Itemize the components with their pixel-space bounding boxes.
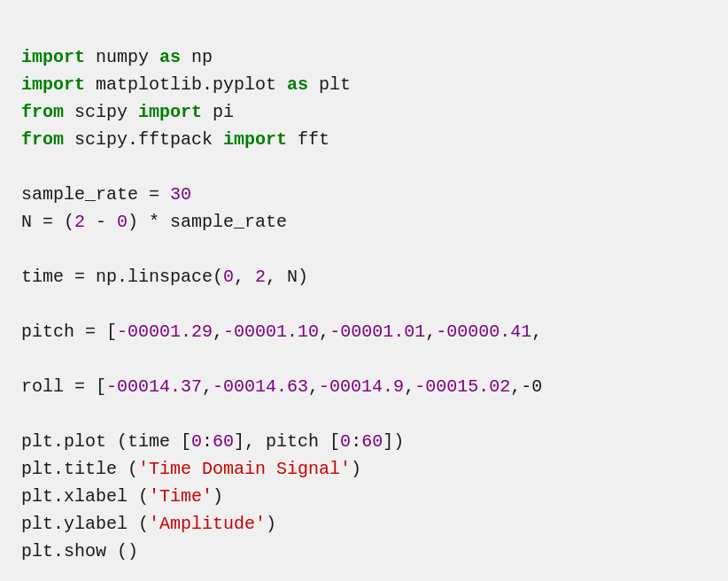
code-line: N = (2 - 0) * sample_rate bbox=[21, 208, 707, 236]
code-token: from bbox=[21, 102, 64, 122]
code-token: 0 bbox=[531, 376, 542, 397]
code-token: pitch = [ bbox=[21, 321, 117, 342]
code-token: -00014.63 bbox=[213, 376, 308, 397]
code-token: import bbox=[223, 129, 287, 150]
code-line bbox=[21, 153, 707, 181]
code-token: , bbox=[425, 321, 436, 342]
code-token: plt.ylabel ( bbox=[21, 514, 149, 534]
code-token: fft bbox=[287, 129, 329, 150]
code-token: -00001.10 bbox=[223, 321, 319, 342]
code-token: np bbox=[181, 47, 213, 67]
code-token: -00000.41 bbox=[436, 321, 531, 342]
code-editor: import numpy as npimport matplotlib.pypl… bbox=[21, 16, 707, 565]
code-token: ,- bbox=[510, 376, 531, 397]
code-token: pi bbox=[202, 102, 234, 122]
code-token: 0 bbox=[340, 431, 351, 452]
code-line: roll = [-00014.37,-00014.63,-00014.9,-00… bbox=[21, 373, 707, 400]
code-line: from scipy import pi bbox=[21, 98, 707, 126]
code-token: , bbox=[308, 376, 319, 397]
code-token: ) bbox=[266, 514, 276, 534]
code-token: , N) bbox=[266, 267, 308, 287]
code-token: scipy bbox=[64, 102, 138, 122]
code-token: numpy bbox=[85, 47, 159, 67]
code-token: time = np.linspace( bbox=[21, 267, 223, 287]
code-token: ) * sample_rate bbox=[128, 212, 287, 232]
code-line: plt.show () bbox=[21, 538, 707, 565]
code-token: plt.show () bbox=[21, 541, 138, 562]
code-line: import numpy as np bbox=[21, 43, 707, 71]
code-token: 0 bbox=[117, 212, 128, 232]
code-line: time = np.linspace(0, 2, N) bbox=[21, 263, 707, 290]
code-token: , bbox=[213, 321, 223, 342]
code-line: import matplotlib.pyplot as plt bbox=[21, 71, 707, 98]
code-token: matplotlib.pyplot bbox=[85, 74, 287, 95]
code-line: plt.plot (time [0:60], pitch [0:60]) bbox=[21, 428, 707, 455]
code-token: , bbox=[531, 321, 542, 342]
code-token: 60 bbox=[361, 431, 383, 452]
code-token: -00001.29 bbox=[117, 321, 213, 342]
code-token: import bbox=[21, 47, 85, 67]
code-line: plt.xlabel ('Time') bbox=[21, 483, 707, 510]
code-line bbox=[21, 290, 707, 318]
code-token: import bbox=[138, 102, 202, 122]
code-line: plt.title ('Time Domain Signal') bbox=[21, 455, 707, 483]
code-token: 0 bbox=[191, 431, 202, 452]
code-token: plt.xlabel ( bbox=[21, 486, 149, 507]
code-token: 30 bbox=[170, 184, 191, 205]
code-token: , bbox=[234, 267, 255, 287]
code-line bbox=[21, 345, 707, 373]
code-token: plt.title ( bbox=[21, 459, 138, 479]
code-token: ) bbox=[213, 486, 223, 507]
code-line: sample_rate = 30 bbox=[21, 181, 707, 208]
code-token: 2 bbox=[74, 212, 85, 232]
code-line: plt.ylabel ('Amplitude') bbox=[21, 510, 707, 538]
code-line bbox=[21, 400, 707, 428]
code-token: ], pitch [ bbox=[234, 431, 340, 452]
code-token: -00015.02 bbox=[414, 376, 510, 397]
code-token: ]) bbox=[383, 431, 404, 452]
code-line: pitch = [-00001.29,-00001.10,-00001.01,-… bbox=[21, 318, 707, 345]
code-token: 0 bbox=[223, 267, 234, 287]
code-token: roll = [ bbox=[21, 376, 106, 397]
code-token: 'Time Domain Signal' bbox=[138, 459, 351, 479]
code-token: sample_rate = bbox=[21, 184, 170, 205]
code-token: plt.plot (time [ bbox=[21, 431, 191, 452]
code-token: from bbox=[21, 129, 64, 150]
code-token: , bbox=[202, 376, 213, 397]
code-token: : bbox=[202, 431, 213, 452]
code-token: scipy.fftpack bbox=[64, 129, 223, 150]
code-token: , bbox=[319, 321, 329, 342]
code-token: 2 bbox=[255, 267, 266, 287]
code-token: , bbox=[404, 376, 414, 397]
code-token: N = ( bbox=[21, 212, 74, 232]
code-token: as bbox=[287, 74, 308, 95]
code-token: -00014.37 bbox=[106, 376, 202, 397]
code-token: import bbox=[21, 74, 85, 95]
code-token: plt bbox=[308, 74, 351, 95]
code-token: as bbox=[159, 47, 181, 67]
code-token: 'Time' bbox=[149, 486, 213, 507]
code-token: -00001.01 bbox=[329, 321, 425, 342]
code-token: -00014.9 bbox=[319, 376, 404, 397]
code-token: 60 bbox=[213, 431, 234, 452]
code-line: from scipy.fftpack import fft bbox=[21, 126, 707, 153]
code-line bbox=[21, 236, 707, 263]
code-token: - bbox=[85, 212, 117, 232]
code-token: ) bbox=[351, 459, 361, 479]
code-token: : bbox=[351, 431, 361, 452]
code-token: 'Amplitude' bbox=[149, 514, 266, 534]
